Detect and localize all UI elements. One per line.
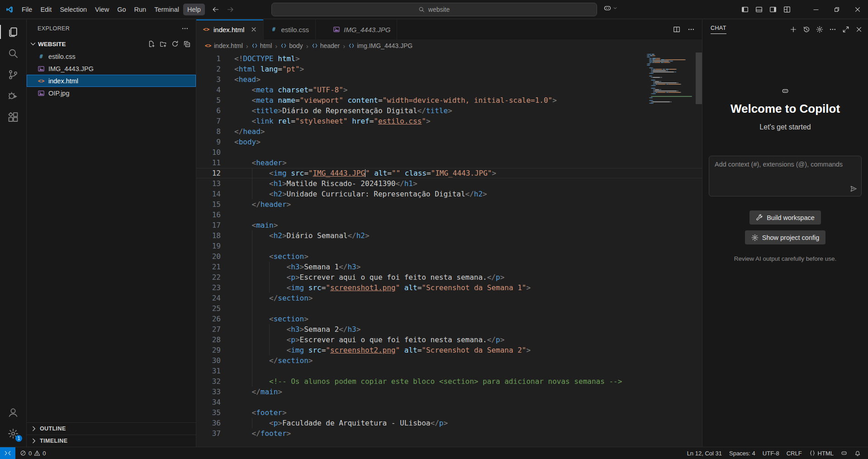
file-oip-jpg[interactable]: OIP.jpg xyxy=(27,87,196,99)
status-copilot[interactable] xyxy=(837,447,851,459)
code-line-6[interactable]: 6 <title>Diário de Representação Digital… xyxy=(196,105,702,116)
file-img-4443-jpg[interactable]: IMG_4443.JPG xyxy=(27,62,196,75)
restore-button[interactable] xyxy=(826,0,847,19)
chat-history-icon[interactable] xyxy=(803,26,810,33)
breadcrumb-item-index-html[interactable]: <>index.html xyxy=(204,42,243,49)
code-line-29[interactable]: 29 <img src="screenshot2.png" alt="Scree… xyxy=(196,345,702,355)
menu-view[interactable]: View xyxy=(91,4,113,15)
code-line-8[interactable]: 8</head> xyxy=(196,126,702,137)
chat-panel-title[interactable]: CHAT xyxy=(711,25,726,34)
chat-more-icon[interactable] xyxy=(829,26,836,33)
code-editor[interactable]: 1<!DOCTYPE html>2<html lang="pt">3<head>… xyxy=(196,52,702,447)
menu-terminal[interactable]: Terminal xyxy=(150,4,183,15)
minimize-button[interactable] xyxy=(806,0,826,19)
code-line-34[interactable]: 34 xyxy=(196,397,702,407)
code-line-7[interactable]: 7 <link rel="stylesheet" href="estilo.cs… xyxy=(196,116,702,126)
code-line-25[interactable]: 25 xyxy=(196,303,702,314)
code-line-30[interactable]: 30 </section> xyxy=(196,355,702,366)
forward-button[interactable] xyxy=(227,6,234,13)
chat-input[interactable] xyxy=(709,156,862,196)
toggle-secondary-sidebar-icon[interactable] xyxy=(769,6,777,13)
breadcrumb-item-html[interactable]: html xyxy=(251,42,272,49)
section-timeline[interactable]: TIMELINE xyxy=(27,435,196,447)
code-line-18[interactable]: 18 <h2>Diário Semanal</h2> xyxy=(196,230,702,241)
code-line-28[interactable]: 28 <p>Escrever aqui o que foi feito nest… xyxy=(196,335,702,345)
code-line-4[interactable]: 4 <meta charset="UTF-8"> xyxy=(196,85,702,95)
code-line-21[interactable]: 21 <h3>Semana 1</h3> xyxy=(196,262,702,272)
activity-accounts[interactable] xyxy=(0,402,26,423)
problems-status[interactable]: 0 0 xyxy=(20,450,46,457)
code-line-23[interactable]: 23 <img src="screenshot1.png" alt="Scree… xyxy=(196,282,702,293)
activity-source-control[interactable] xyxy=(0,64,26,85)
scrollbar-slider[interactable] xyxy=(696,53,702,104)
code-line-35[interactable]: 35 <footer> xyxy=(196,407,702,418)
new-chat-icon[interactable] xyxy=(790,26,797,33)
status-notifications[interactable] xyxy=(851,447,864,459)
menu-run[interactable]: Run xyxy=(130,4,151,15)
breadcrumb-item-header[interactable]: header xyxy=(312,42,340,49)
toggle-panel-icon[interactable] xyxy=(755,6,763,13)
code-line-33[interactable]: 33 </main> xyxy=(196,387,702,397)
code-line-31[interactable]: 31 xyxy=(196,366,702,376)
chat-expand-icon[interactable] xyxy=(842,26,849,33)
send-icon[interactable] xyxy=(850,185,857,192)
code-line-13[interactable]: 13 <h1>Matilde Riscado- 20241390</h1> xyxy=(196,178,702,189)
code-line-20[interactable]: 20 <section> xyxy=(196,251,702,262)
close-tab-icon[interactable] xyxy=(251,26,257,33)
remote-indicator[interactable] xyxy=(0,447,15,459)
code-line-24[interactable]: 24 </section> xyxy=(196,293,702,303)
code-line-12[interactable]: 12 <img src="IMG_4443.JPG" alt="" class=… xyxy=(196,168,702,178)
breadcrumb-item-body[interactable]: body xyxy=(280,42,303,49)
status-indentation[interactable]: Spaces: 4 xyxy=(726,447,759,459)
chat-close-icon[interactable] xyxy=(855,26,863,33)
code-line-16[interactable]: 16 xyxy=(196,210,702,220)
code-line-37[interactable]: 37 </footer> xyxy=(196,428,702,439)
code-line-36[interactable]: 36 <p>Faculdade de Arquitetura - ULisboa… xyxy=(196,418,702,428)
activity-search[interactable] xyxy=(0,43,26,64)
code-line-1[interactable]: 1<!DOCTYPE html> xyxy=(196,53,702,64)
customize-layout-icon[interactable] xyxy=(783,6,791,13)
breadcrumb-item-img-img-4443-jpg[interactable]: img.IMG_4443.JPG xyxy=(348,42,413,49)
section-outline[interactable]: OUTLINE xyxy=(27,422,196,435)
status-eol[interactable]: CRLF xyxy=(783,447,806,459)
code-line-10[interactable]: 10 xyxy=(196,147,702,158)
editor-more-actions-icon[interactable] xyxy=(688,26,695,33)
code-line-15[interactable]: 15 </header> xyxy=(196,199,702,210)
command-center-search[interactable]: website xyxy=(271,3,597,16)
button-show-project-config[interactable]: Show project config xyxy=(745,230,826,244)
folder-section-website[interactable]: WEBSITE xyxy=(27,38,196,50)
code-line-11[interactable]: 11 <header> xyxy=(196,158,702,168)
file-estilo-css[interactable]: #estilo.css xyxy=(27,50,196,62)
status-encoding[interactable]: UTF-8 xyxy=(759,447,783,459)
code-line-9[interactable]: 9<body> xyxy=(196,137,702,147)
activity-settings[interactable]: 1 xyxy=(0,423,26,444)
activity-extensions[interactable] xyxy=(0,106,26,128)
menu-selection[interactable]: Selection xyxy=(56,4,91,15)
new-file-icon[interactable] xyxy=(148,40,155,48)
activity-explorer[interactable] xyxy=(0,21,26,43)
tab-estilo-css[interactable]: #estilo.css xyxy=(264,19,316,39)
new-folder-icon[interactable] xyxy=(160,40,167,48)
back-button[interactable] xyxy=(212,6,219,13)
minimap[interactable] xyxy=(647,54,696,104)
status-language[interactable]: HTML xyxy=(806,447,837,459)
chat-settings-icon[interactable] xyxy=(816,26,823,33)
collapse-folders-icon[interactable] xyxy=(183,40,190,48)
file-index-html[interactable]: <>index.html xyxy=(27,75,196,87)
menu-help[interactable]: Help xyxy=(183,4,205,15)
code-line-22[interactable]: 22 <p>Escrever aqui o que foi feito nest… xyxy=(196,272,702,282)
code-line-26[interactable]: 26 <section> xyxy=(196,314,702,324)
split-editor-icon[interactable] xyxy=(673,26,680,33)
editor-scrollbar[interactable] xyxy=(696,52,702,447)
code-line-27[interactable]: 27 <h3>Semana 2</h3> xyxy=(196,324,702,335)
code-line-19[interactable]: 19 xyxy=(196,241,702,251)
code-line-17[interactable]: 17 <main> xyxy=(196,220,702,230)
status-cursor-position[interactable]: Ln 12, Col 31 xyxy=(683,447,726,459)
tab-img-4443-jpg[interactable]: IMG_4443.JPG xyxy=(327,19,397,39)
close-window-button[interactable] xyxy=(847,0,868,19)
explorer-more-icon[interactable] xyxy=(181,25,189,32)
tab-index-html[interactable]: <>index.html xyxy=(196,19,264,39)
refresh-explorer-icon[interactable] xyxy=(171,40,179,48)
button-build-workspace[interactable]: Build workspace xyxy=(749,210,821,225)
code-line-2[interactable]: 2<html lang="pt"> xyxy=(196,64,702,74)
